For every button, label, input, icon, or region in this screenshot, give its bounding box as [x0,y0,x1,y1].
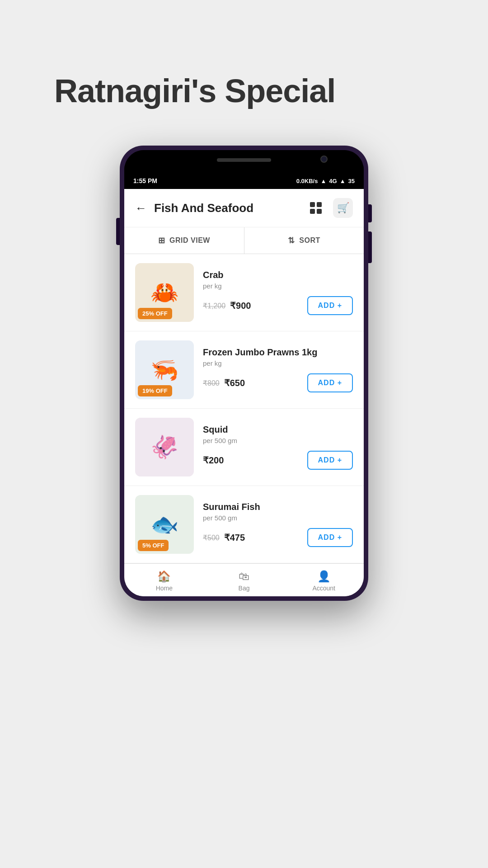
product-price-row: ₹1,200 ₹900 ADD + [203,296,353,315]
grid-view-button[interactable] [306,198,326,218]
bag-icon: 🛍 [239,570,249,583]
volume-button [116,218,120,245]
power-button-bottom [368,231,372,263]
product-item: 🦑 Squid per 500 gm ₹200 ADD + [124,409,364,486]
price-container: ₹500 ₹475 [203,532,245,543]
product-image-wrapper: 🐟 5% OFF [135,495,194,554]
price-container: ₹800 ₹650 [203,377,245,388]
product-price-row: ₹200 ADD + [203,451,353,470]
nav-bar: ← Fish And Seafood 🛒 [124,189,364,227]
original-price: ₹500 [203,533,220,542]
bottom-nav: 🏠 Home 🛍 Bag 👤 Account [124,563,364,596]
network-type: 4G [329,178,337,184]
sort-button[interactable]: ⇅ SORT [244,227,364,254]
cart-button[interactable]: 🛒 [333,198,353,218]
cart-icon: 🛒 [337,202,349,214]
bottom-nav-account[interactable]: 👤 Account [284,564,364,596]
sale-price: ₹900 [230,300,251,311]
product-item: 🦀 25% OFF Crab per kg ₹1,200 ₹900 ADD + [124,254,364,331]
add-to-cart-button[interactable]: ADD + [307,451,353,470]
app-screen: ← Fish And Seafood 🛒 [124,189,364,596]
discount-badge: 5% OFF [138,540,169,551]
bottom-nav-bag[interactable]: 🛍 Bag [204,564,284,596]
grid-layout-icon [310,202,322,214]
product-list: 🦀 25% OFF Crab per kg ₹1,200 ₹900 ADD + … [124,254,364,563]
screen-title: Fish And Seafood [154,201,253,215]
status-time: 1:55 PM [133,177,157,184]
phone-screen: 1:55 PM 0.0KB/s ▲ 4G ▲ 35 ← Fish And Sea… [124,150,364,596]
filter-bar: ⊞ GRID VIEW ⇅ SORT [124,227,364,254]
grid-filter-icon: ⊞ [158,236,165,245]
product-unit: per kg [203,282,353,290]
page-title: Ratnagiri's Special [0,72,335,109]
sale-price: ₹200 [203,455,224,466]
signal-icon: ▲ [320,178,326,184]
account-label: Account [312,585,335,592]
product-item: 🦐 19% OFF Frozen Jumbo Prawns 1kg per kg… [124,331,364,409]
price-container: ₹1,200 ₹900 [203,300,251,311]
phone-frame: 1:55 PM 0.0KB/s ▲ 4G ▲ 35 ← Fish And Sea… [120,146,368,601]
product-image: 🦑 [135,418,194,476]
product-item: 🐟 5% OFF Surumai Fish per 500 gm ₹500 ₹4… [124,486,364,563]
product-name: Squid [203,425,353,435]
grid-view-filter-button[interactable]: ⊞ GRID VIEW [124,227,244,254]
original-price: ₹800 [203,379,220,387]
product-price-row: ₹500 ₹475 ADD + [203,528,353,547]
product-details: Frozen Jumbo Prawns 1kg per kg ₹800 ₹650… [203,347,353,392]
home-icon: 🏠 [157,570,171,583]
status-bar: 1:55 PM 0.0KB/s ▲ 4G ▲ 35 [124,173,364,189]
product-unit: per 500 gm [203,514,353,522]
power-button-top [368,204,372,222]
status-right: 0.0KB/s ▲ 4G ▲ 35 [296,178,355,184]
discount-badge: 25% OFF [138,308,172,319]
product-name: Frozen Jumbo Prawns 1kg [203,347,353,358]
price-container: ₹200 [203,455,224,466]
notch-bar [124,150,364,173]
grid-view-label: GRID VIEW [169,236,210,245]
nav-icons: 🛒 [306,198,353,218]
signal-icon-2: ▲ [340,178,346,184]
original-price: ₹1,200 [203,302,225,310]
bottom-nav-home[interactable]: 🏠 Home [124,564,204,596]
sort-label: SORT [299,236,320,245]
product-image-wrapper: 🦑 [135,418,194,476]
product-details: Surumai Fish per 500 gm ₹500 ₹475 ADD + [203,502,353,547]
sort-icon: ⇅ [288,236,295,245]
account-icon: 👤 [317,570,331,583]
product-unit: per kg [203,359,353,367]
camera [320,156,328,163]
product-name: Crab [203,270,353,280]
network-speed: 0.0KB/s [296,178,318,184]
product-image-wrapper: 🦀 25% OFF [135,263,194,322]
add-to-cart-button[interactable]: ADD + [307,296,353,315]
speaker [217,158,271,162]
product-details: Crab per kg ₹1,200 ₹900 ADD + [203,270,353,315]
back-button[interactable]: ← [135,201,147,215]
add-to-cart-button[interactable]: ADD + [307,373,353,392]
home-label: Home [156,585,173,592]
bag-label: Bag [239,585,250,592]
add-to-cart-button[interactable]: ADD + [307,528,353,547]
sale-price: ₹475 [224,532,245,543]
product-name: Surumai Fish [203,502,353,512]
product-image-wrapper: 🦐 19% OFF [135,340,194,399]
nav-left: ← Fish And Seafood [135,201,253,215]
product-unit: per 500 gm [203,437,353,444]
product-price-row: ₹800 ₹650 ADD + [203,373,353,392]
sale-price: ₹650 [224,377,245,388]
discount-badge: 19% OFF [138,385,172,396]
battery-level: 35 [348,178,355,184]
product-details: Squid per 500 gm ₹200 ADD + [203,425,353,470]
